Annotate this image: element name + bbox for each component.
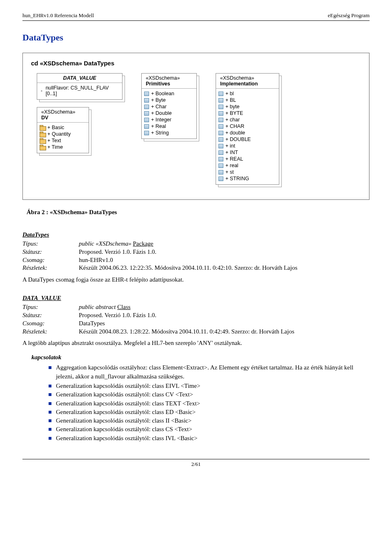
uml-item: + String	[151, 130, 169, 136]
package-icon	[40, 138, 45, 143]
value-tipus: public «XSDschema» Package	[79, 240, 370, 248]
page-number: 2/61	[22, 459, 370, 468]
uml-item: + double	[225, 130, 245, 136]
uml-item: + INT	[225, 150, 238, 155]
value-reszletek: Készült 2004.06.23. 12:22:35. Módosítva …	[79, 264, 370, 272]
uml-item: + char	[225, 117, 240, 123]
uml-package-title: Implementation	[220, 81, 258, 87]
uml-item: + CHAR	[225, 123, 244, 129]
uml-diagram: cd «XSDschema» DataTypes DATA_VALUE - nu…	[22, 53, 370, 200]
header-right: eEgészség Program	[328, 12, 370, 19]
figure-caption: Ábra 2 : «XSDschema» DataTypes	[27, 209, 370, 216]
relationship-item: Aggregation kapcsolódás osztályhoz: clas…	[49, 363, 370, 381]
class-icon	[218, 150, 223, 155]
uml-item: + Text	[47, 138, 61, 143]
class-icon	[218, 118, 223, 122]
uml-package-title: DV	[41, 115, 48, 121]
label-csomag: Csomag:	[22, 320, 67, 328]
uml-item: + BL	[225, 97, 236, 103]
uml-item: + Real	[151, 123, 166, 129]
package-icon	[40, 132, 45, 137]
uml-item: + Integer	[151, 117, 172, 123]
uml-item: + real	[225, 163, 238, 168]
uml-item: + byte	[225, 104, 239, 110]
relationship-item: Generalization kapcsolódás osztálytól: c…	[49, 390, 370, 399]
page-header: hun_EHRv1.0 Referencia Modell eEgészség …	[22, 12, 370, 19]
class-icon	[218, 157, 223, 161]
section-title: DataTypes	[22, 32, 370, 43]
uml-stereotype: «XSDschema»	[146, 75, 192, 81]
diagram-title: cd «XSDschema» DataTypes	[31, 60, 363, 67]
class-icon	[144, 92, 149, 96]
uml-item: + BYTE	[225, 110, 243, 116]
uml-item: + STRING	[225, 176, 249, 181]
uml-package-dv: «XSDschema» DV + Basic + Quantity + Text…	[37, 107, 89, 153]
uml-item: + int	[225, 143, 235, 149]
label-statusz: Státusz:	[22, 311, 67, 320]
uml-minus: -	[40, 88, 44, 94]
kapcsolatok-heading: kapcsolatok	[31, 354, 370, 361]
value-csomag: hun-EHRv1.0	[79, 256, 370, 264]
uml-package-implementation: «XSDschema» Implementation + bl + BL + b…	[216, 73, 279, 185]
uml-stereotype: «XSDschema»	[41, 109, 85, 115]
label-tipus: Típus:	[22, 240, 67, 248]
header-left: hun_EHRv1.0 Referencia Modell	[22, 12, 94, 19]
package-icon	[40, 145, 45, 150]
value-csomag: DataTypes	[79, 320, 370, 328]
definition-name: DataTypes	[22, 231, 370, 238]
value-reszletek: Készült 2004.08.23. 1:28:22. Módosítva 2…	[79, 328, 370, 336]
class-icon	[218, 131, 223, 135]
uml-item: + Time	[47, 144, 63, 150]
definition-description: A DataTypes csomag fogja össze az EHR-t …	[22, 276, 370, 283]
class-icon	[144, 105, 149, 109]
uml-package-title: Primitives	[146, 81, 170, 87]
package-icon	[40, 125, 45, 130]
page: hun_EHRv1.0 Referencia Modell eEgészség …	[0, 0, 392, 476]
uml-package-primitives: «XSDschema» Primitives + Boolean + Byte …	[141, 73, 197, 139]
uml-item: + Boolean	[151, 91, 174, 96]
class-icon	[218, 177, 223, 181]
uml-item: + REAL	[225, 156, 243, 162]
class-icon	[218, 98, 223, 103]
uml-stereotype: «XSDschema»	[220, 75, 275, 81]
label-reszletek: Részletek:	[22, 328, 67, 336]
class-icon	[218, 92, 223, 96]
uml-attribute: nullFlavor: CS_NULL_FLAV [0..1]	[46, 85, 119, 96]
uml-item: + Double	[151, 110, 172, 116]
class-icon	[218, 163, 223, 168]
uml-item: + st	[225, 169, 234, 175]
label-statusz: Státusz:	[22, 248, 67, 256]
definition-name: DATA_VALUE	[22, 295, 370, 302]
value-tipus: public abstract Class	[79, 303, 370, 311]
uml-item: + DOUBLE	[225, 137, 251, 142]
label-reszletek: Részletek:	[22, 264, 67, 272]
class-icon	[218, 170, 223, 175]
class-icon	[144, 131, 149, 135]
class-icon	[218, 111, 223, 116]
relationship-list: Aggregation kapcsolódás osztályhoz: clas…	[49, 363, 370, 443]
relationship-item: Generalization kapcsolódás osztálytól: c…	[49, 408, 370, 416]
definition-description: A legtöbb alaptípus absztrakt ososztálya…	[22, 340, 370, 347]
class-icon	[218, 105, 223, 109]
class-icon	[144, 124, 149, 129]
class-icon	[144, 98, 149, 103]
relationship-item: Generalization kapcsolódás osztálytól: c…	[49, 425, 370, 434]
class-icon	[218, 124, 223, 129]
uml-item: + bl	[225, 91, 234, 96]
value-statusz: Proposed. Verzió 1.0. Fázis 1.0.	[79, 248, 370, 256]
relationship-item: Generalization kapcsolódás osztálytól: c…	[49, 382, 370, 390]
uml-class-data-value: DATA_VALUE - nullFlavor: CS_NULL_FLAV [0…	[37, 73, 122, 100]
uml-item: + Byte	[151, 97, 166, 103]
class-icon	[218, 144, 223, 148]
relationship-item: Generalization kapcsolódás osztálytól: c…	[49, 399, 370, 408]
uml-item: + Basic	[47, 125, 64, 130]
definition-datatypes: DataTypes Típus: public «XSDschema» Pack…	[22, 231, 370, 283]
value-statusz: Proposed. Verzió 1.0. Fázis 1.0.	[79, 311, 370, 320]
label-csomag: Csomag:	[22, 256, 67, 264]
relationship-item: Generalization kapcsolódás osztálytól: c…	[49, 416, 370, 425]
class-icon	[144, 118, 149, 122]
class-icon	[218, 137, 223, 142]
class-icon	[144, 111, 149, 116]
label-tipus: Típus:	[22, 303, 67, 311]
uml-item: + Char	[151, 104, 167, 110]
